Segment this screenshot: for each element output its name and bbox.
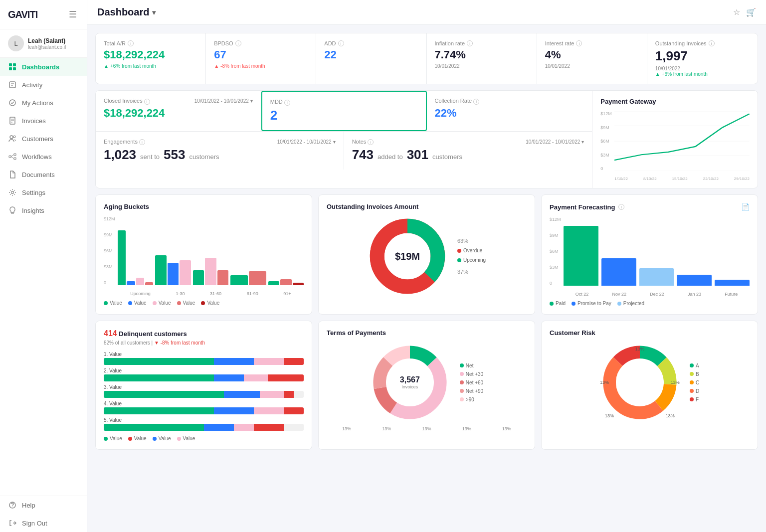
bar-upcoming-red — [145, 282, 153, 285]
closed-invoices-date[interactable]: 10/01/2022 - 10/01/2022 ▾ — [194, 98, 253, 104]
legend-upcoming: Upcoming — [457, 257, 486, 263]
sidebar-item-settings[interactable]: Settings — [0, 183, 87, 201]
payment-forecasting-export-icon[interactable]: 📄 — [741, 203, 750, 211]
sidebar: GAVITI ☰ L Leah (Salant) leah@salant.co.… — [0, 0, 87, 532]
bar-group-61-90 — [230, 225, 266, 285]
outstanding-center-value: $19M — [395, 251, 420, 262]
kpi-bpdso-value: 67 — [214, 48, 308, 61]
notes-date[interactable]: 10/01/2022 - 10/01/2022 ▾ — [526, 139, 584, 145]
kpi-outstanding-value: 1,997 — [655, 48, 750, 64]
engagements-sent: 1,023 — [104, 147, 136, 163]
sidebar-item-invoices[interactable]: Invoices — [0, 112, 87, 130]
collection-rate-info[interactable]: i — [473, 99, 479, 105]
sidebar-item-insights[interactable]: Insights — [0, 201, 87, 219]
sidebar-item-activity[interactable]: Activity — [0, 76, 87, 94]
svg-line-17 — [11, 155, 14, 157]
delinquent-sub: 82% of all customers | ▼ -8% from last m… — [104, 340, 304, 346]
sidebar-item-customers[interactable]: Customers — [0, 130, 87, 148]
kpi-total-ar-info[interactable]: i — [128, 40, 134, 46]
avatar: L — [8, 35, 24, 51]
bar-seg-1-green — [104, 358, 214, 365]
sidebar-label-invoices: Invoices — [22, 117, 79, 125]
bar-seg-2-blue — [214, 374, 244, 381]
kpi-bpdso: BPDSO i 67 ▲-8% from last month — [206, 33, 316, 84]
page-title: Dashboard ▾ — [97, 6, 156, 18]
page-title-chevron[interactable]: ▾ — [152, 8, 156, 16]
legend-overdue: Overdue — [457, 248, 486, 253]
delinquent-card: 414 Delinquent customers 82% of all cust… — [95, 321, 312, 450]
cr-label-c: 13% — [600, 380, 609, 385]
sidebar-label-actions: My Actions — [22, 99, 79, 107]
cart-icon[interactable]: 🛒 — [746, 7, 756, 17]
kpi-outstanding: Outstanding Invoices i 1,997 10/01/2022 … — [647, 33, 758, 84]
notes-info[interactable]: i — [368, 139, 374, 145]
sidebar-item-my-actions[interactable]: My Actions — [0, 94, 87, 112]
charts-row: Aging Buckets $12M $9M $6M $3M 0 — [95, 194, 758, 315]
pf-group-future — [715, 217, 750, 286]
terms-pct-labels: 13% 13% 13% 13% 13% — [327, 426, 527, 431]
mdd-info[interactable]: i — [284, 100, 290, 106]
star-icon[interactable]: ☆ — [733, 7, 740, 17]
outstanding-invoices-card: Outstanding Invoices Amount — [318, 194, 535, 315]
sidebar-item-help[interactable]: Help — [0, 496, 87, 514]
terms-donut: 3,567 Invoices — [370, 343, 450, 422]
kpi-add: ADD i 22 — [316, 33, 426, 84]
kpi-bpdso-trend: ▲-8% from last month — [214, 63, 308, 69]
legend-projected: Projected — [617, 301, 644, 306]
bar-seg-3-red — [284, 391, 294, 398]
bar-row-4: 4. Value — [104, 401, 304, 414]
kpi-add-info[interactable]: i — [338, 40, 344, 46]
row2-3-wrapper: Closed Invoices i 10/01/2022 - 10/01/202… — [95, 90, 758, 188]
bottom-row: 414 Delinquent customers 82% of all cust… — [95, 321, 758, 450]
kpi-interest-info[interactable]: i — [576, 40, 582, 46]
pf-group-oct — [564, 217, 598, 286]
bar-row-2-track — [104, 374, 304, 381]
delinquent-bars: 1. Value 2. Value — [104, 352, 304, 431]
pf-bar-dec-projected — [639, 268, 674, 286]
user-section: L Leah (Salant) leah@salant.co.il — [0, 29, 87, 58]
pf-group-nov — [601, 217, 636, 286]
delinquent-count: 414 — [104, 329, 117, 338]
pf-bars — [564, 217, 750, 286]
sidebar-item-documents[interactable]: Documents — [0, 166, 87, 183]
insights-icon — [8, 206, 17, 215]
kpi-interest-label: Interest rate i — [545, 40, 639, 46]
engagements-info[interactable]: i — [139, 139, 145, 145]
upcoming-pct-label: 37% — [457, 269, 486, 275]
pf-bar-nov-promise — [601, 258, 636, 286]
menu-toggle-button[interactable]: ☰ — [67, 7, 79, 22]
customer-risk-donut-container: 13% 13% 13% 13% 13% A B C D F — [550, 343, 750, 422]
kpi-outstanding-label: Outstanding Invoices i — [655, 40, 750, 46]
engagements-date[interactable]: 10/01/2022 - 10/01/2022 ▾ — [277, 139, 336, 145]
bar-1-30-blue — [168, 263, 179, 285]
bar-row-3-track — [104, 391, 304, 398]
svg-rect-2 — [9, 67, 12, 70]
bar-seg-1-pink — [254, 358, 284, 365]
legend-gt90: >90 — [460, 397, 483, 402]
delinquent-title-row: 414 Delinquent customers — [104, 329, 304, 338]
legend-delinquent-pink: Value — [177, 436, 195, 441]
closed-invoices-info[interactable]: i — [144, 99, 150, 105]
sidebar-item-dashboards[interactable]: Dashboards — [0, 58, 87, 76]
sidebar-label-insights: Insights — [22, 207, 79, 214]
sidebar-label-activity: Activity — [22, 81, 79, 89]
sidebar-item-sign-out[interactable]: Sign Out — [0, 514, 87, 532]
payment-forecasting-info[interactable]: i — [618, 204, 624, 210]
pf-bar-oct-paid — [564, 226, 598, 286]
sidebar-label-sign-out: Sign Out — [22, 520, 79, 527]
engagements-sent-label: sent to — [140, 153, 160, 161]
sidebar-item-workflows[interactable]: Workflows — [0, 148, 87, 166]
logo-area: GAVITI ☰ — [0, 0, 87, 29]
kpi-bpdso-info[interactable]: i — [235, 40, 241, 46]
pf-x-axis: Oct 22 Nov 22 Dec 22 Jan 23 Future — [564, 292, 750, 297]
notes-added: 743 — [352, 147, 374, 163]
bar-row-5: 5. Value — [104, 417, 304, 431]
overdue-pct-label: 63% — [457, 238, 486, 244]
cr-label-d: 13% — [605, 413, 614, 418]
notes-customers: 301 — [407, 147, 428, 163]
bar-seg-5-green — [104, 424, 204, 431]
collection-rate-value: 22% — [435, 107, 584, 120]
kpi-inflation-info[interactable]: i — [467, 40, 473, 46]
payment-forecasting-chart: $12M $9M $6M $3M 0 — [550, 217, 750, 297]
kpi-outstanding-info[interactable]: i — [709, 40, 715, 46]
